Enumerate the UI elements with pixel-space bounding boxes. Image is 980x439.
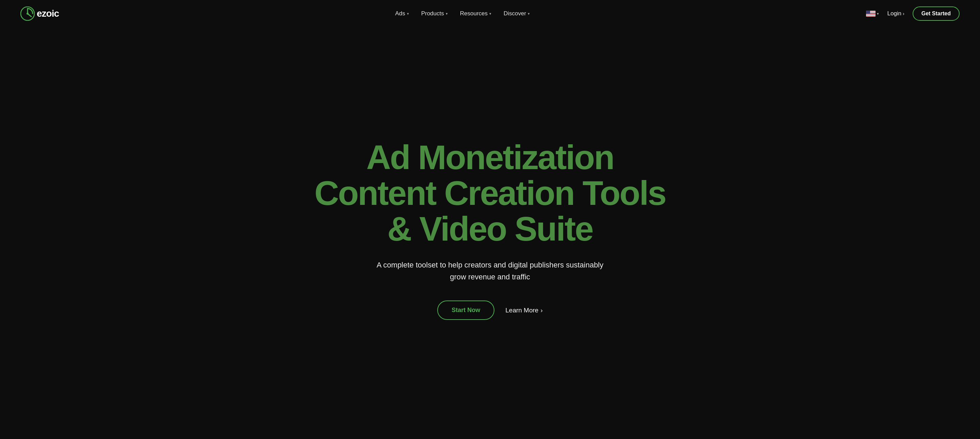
- chevron-down-icon: ▾: [407, 11, 409, 16]
- nav-item-products[interactable]: Products ▾: [421, 10, 448, 17]
- ezoic-logo-icon: [21, 6, 35, 21]
- nav-link-ads[interactable]: Ads ▾: [395, 10, 409, 17]
- hero-subtitle: A complete toolset to help creators and …: [374, 259, 606, 283]
- logo[interactable]: ezoic: [21, 6, 59, 21]
- hero-cta-group: Start Now Learn More ›: [437, 301, 543, 320]
- navbar: ezoic Ads ▾ Products ▾ Resources ▾ Disco…: [0, 0, 980, 27]
- svg-point-1: [27, 13, 29, 14]
- start-now-button[interactable]: Start Now: [437, 301, 495, 320]
- nav-link-products[interactable]: Products ▾: [421, 10, 448, 17]
- nav-item-resources[interactable]: Resources ▾: [460, 10, 492, 17]
- chevron-down-icon: ▾: [528, 11, 530, 16]
- arrow-right-icon: ›: [903, 11, 904, 16]
- hero-title: Ad Monetization Content Creation Tools &…: [314, 140, 666, 247]
- language-selector[interactable]: ▾: [866, 11, 879, 17]
- login-link[interactable]: Login ›: [887, 10, 904, 17]
- chevron-down-icon: ▾: [446, 11, 448, 16]
- nav-link-resources[interactable]: Resources ▾: [460, 10, 492, 17]
- nav-menu: Ads ▾ Products ▾ Resources ▾ Discover ▾: [395, 10, 530, 17]
- us-flag-icon: [866, 11, 875, 17]
- learn-more-link[interactable]: Learn More ›: [505, 307, 543, 314]
- arrow-right-icon: ›: [540, 307, 542, 314]
- chevron-down-icon: ▾: [489, 11, 492, 16]
- nav-right-actions: ▾ Login › Get Started: [866, 6, 959, 21]
- nav-item-ads[interactable]: Ads ▾: [395, 10, 409, 17]
- hero-section: Ad Monetization Content Creation Tools &…: [0, 27, 980, 439]
- nav-item-discover[interactable]: Discover ▾: [504, 10, 530, 17]
- nav-link-discover[interactable]: Discover ▾: [504, 10, 530, 17]
- get-started-button[interactable]: Get Started: [913, 6, 959, 21]
- logo-text: ezoic: [37, 8, 59, 19]
- chevron-down-icon: ▾: [877, 11, 879, 16]
